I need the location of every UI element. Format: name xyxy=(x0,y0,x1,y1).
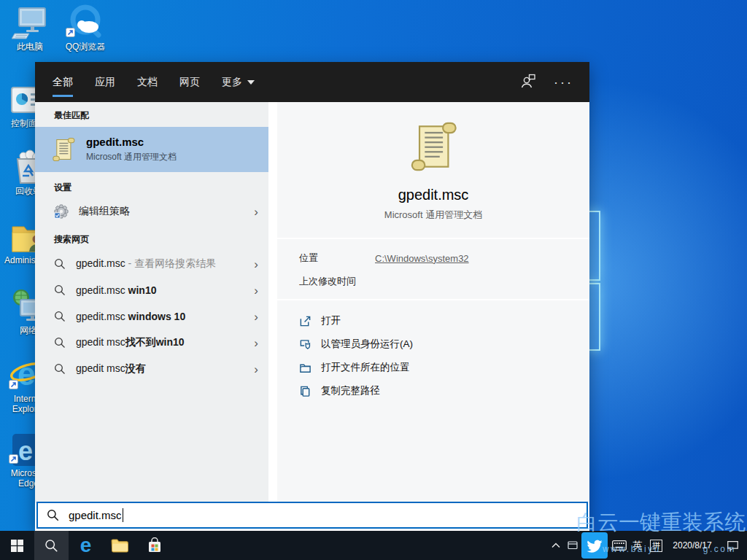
search-icon xyxy=(54,337,66,349)
search-icon xyxy=(54,363,66,375)
search-results-body: 最佳匹配 gpedit.msc Microsoft 通用管理文档 设置 编辑组策… xyxy=(35,102,589,503)
open-icon xyxy=(299,315,311,327)
suggestion-text: gpedit msc没有 xyxy=(76,362,146,376)
windows-logo-icon xyxy=(11,540,23,552)
web-suggestion[interactable]: gpedit.msc win10 › xyxy=(35,277,268,303)
tab-apps[interactable]: 应用 xyxy=(95,62,115,102)
tray-window-icon xyxy=(568,541,578,550)
qq-browser-icon xyxy=(61,4,109,40)
suggestion-text: gpedit msc找不到win10 xyxy=(76,336,185,349)
tab-label: 更多 xyxy=(222,76,242,89)
result-edit-group-policy[interactable]: 编辑组策略 › xyxy=(35,199,268,224)
msc-scroll-icon-large xyxy=(408,121,459,172)
tab-all[interactable]: 全部 xyxy=(53,62,73,102)
desktop-icon-qq-browser[interactable]: QQ浏览器 xyxy=(61,4,109,52)
chevron-up-icon xyxy=(551,542,560,548)
tab-documents[interactable]: 文档 xyxy=(137,62,158,102)
location-link[interactable]: C:\Windows\system32 xyxy=(375,253,469,264)
search-tabs-bar: 全部 应用 文档 网页 更多 ··· xyxy=(35,62,589,102)
group-policy-gear-icon xyxy=(54,204,69,219)
more-options-icon[interactable]: ··· xyxy=(554,79,573,86)
chevron-down-icon xyxy=(247,80,255,85)
action-label: 打开 xyxy=(321,314,341,327)
search-input[interactable]: gpedit.msc xyxy=(36,502,588,529)
action-label: 打开文件所在的位置 xyxy=(321,361,410,374)
suggestion-text: gpedit.msc win10 xyxy=(76,284,157,296)
shortcut-arrow-icon xyxy=(66,27,75,40)
suggestion-text: gpedit.msc - 查看网络搜索结果 xyxy=(76,257,216,271)
chevron-right-icon[interactable]: › xyxy=(254,258,258,271)
microsoft-store-icon xyxy=(147,537,162,553)
search-icon xyxy=(54,311,66,322)
wallpaper-pane xyxy=(588,283,600,351)
text-caret xyxy=(123,508,123,522)
action-copy-full-path[interactable]: 复制完整路径 xyxy=(299,379,589,402)
tab-label: 应用 xyxy=(95,76,115,89)
modified-row: 上次修改时间 xyxy=(299,270,568,293)
shield-icon xyxy=(299,338,311,351)
desktop-icon-label: QQ浏览器 xyxy=(61,42,109,52)
search-input-value: gpedit.msc xyxy=(69,509,122,521)
chevron-right-icon[interactable]: › xyxy=(254,337,258,349)
tray-show-hidden-icons[interactable] xyxy=(546,531,565,560)
context-actions: 打开 以管理员身份运行(A) 打开文件所在的位置 复制完整路径 xyxy=(277,300,589,402)
taskbar-search-button[interactable] xyxy=(34,531,69,560)
preview-subtitle: Microsoft 通用管理文档 xyxy=(277,209,589,238)
action-label: 以管理员身份运行(A) xyxy=(321,338,413,351)
web-suggestion[interactable]: gpedit.msc - 查看网络搜索结果 › xyxy=(35,251,268,277)
svg-text:e: e xyxy=(18,436,33,466)
chevron-right-icon[interactable]: › xyxy=(254,311,258,323)
tab-label: 全部 xyxy=(53,76,73,89)
search-tabs: 全部 应用 文档 网页 更多 xyxy=(53,62,255,102)
desktop-icon-this-pc[interactable]: 此电脑 xyxy=(6,4,54,52)
tab-label: 网页 xyxy=(179,76,200,89)
modified-label: 上次修改时间 xyxy=(299,275,356,288)
chevron-right-icon[interactable]: › xyxy=(254,284,258,297)
watermark-url: www.baiyug.com xyxy=(603,544,736,554)
taskbar-store-button[interactable] xyxy=(137,531,171,560)
tab-web[interactable]: 网页 xyxy=(179,62,200,102)
action-run-as-admin[interactable]: 以管理员身份运行(A) xyxy=(299,332,589,356)
watermark-url-left: www.baiyu xyxy=(603,544,661,554)
this-pc-icon xyxy=(6,4,54,40)
suggestion-text: gpedit.msc windows 10 xyxy=(76,311,185,322)
watermark-title: 白云一键重装系统 xyxy=(576,508,746,537)
web-suggestion[interactable]: gpedit.msc windows 10 › xyxy=(35,303,268,330)
shortcut-arrow-icon xyxy=(9,379,18,392)
action-open-file-location[interactable]: 打开文件所在的位置 xyxy=(299,356,589,379)
edge-icon: e xyxy=(80,535,92,556)
web-suggestion[interactable]: gpedit msc没有 › xyxy=(35,356,268,382)
section-header-best-match: 最佳匹配 xyxy=(35,102,268,127)
best-match-subtitle: Microsoft 通用管理文档 xyxy=(86,151,177,163)
action-label: 复制完整路径 xyxy=(321,384,380,397)
search-icon xyxy=(54,258,66,270)
results-list: 最佳匹配 gpedit.msc Microsoft 通用管理文档 设置 编辑组策… xyxy=(35,102,268,503)
result-preview-pane: gpedit.msc Microsoft 通用管理文档 位置 C:\Window… xyxy=(277,102,589,503)
section-header-settings: 设置 xyxy=(35,172,268,199)
file-explorer-icon xyxy=(111,538,129,553)
start-button[interactable] xyxy=(0,531,34,560)
twitter-bird-icon xyxy=(587,537,603,554)
tab-label: 文档 xyxy=(137,76,158,89)
chevron-right-icon[interactable]: › xyxy=(254,363,258,376)
tab-more[interactable]: 更多 xyxy=(222,62,255,102)
svg-text:e: e xyxy=(18,356,35,392)
search-icon xyxy=(44,539,58,553)
desktop-icon-label: 此电脑 xyxy=(6,42,54,52)
taskbar-file-explorer-button[interactable] xyxy=(103,531,137,560)
best-match-result[interactable]: gpedit.msc Microsoft 通用管理文档 xyxy=(35,127,268,172)
desktop: 此电脑 QQ浏览器 控制面板 回收站 Administrator 网络 xyxy=(0,0,747,560)
chevron-right-icon[interactable]: › xyxy=(254,206,258,218)
section-header-web: 搜索网页 xyxy=(35,224,268,251)
wallpaper-pane xyxy=(588,211,600,281)
location-row: 位置 C:\Windows\system32 xyxy=(299,246,568,270)
search-icon xyxy=(54,284,66,296)
search-icon xyxy=(47,509,59,521)
action-open[interactable]: 打开 xyxy=(299,309,589,332)
result-label: 编辑组策略 xyxy=(79,205,130,218)
location-label: 位置 xyxy=(299,252,375,265)
web-suggestion[interactable]: gpedit msc找不到win10 › xyxy=(35,330,268,356)
taskbar-edge-button[interactable]: e xyxy=(69,531,103,560)
preview-title: gpedit.msc xyxy=(277,187,589,203)
feedback-account-icon[interactable] xyxy=(520,74,536,91)
